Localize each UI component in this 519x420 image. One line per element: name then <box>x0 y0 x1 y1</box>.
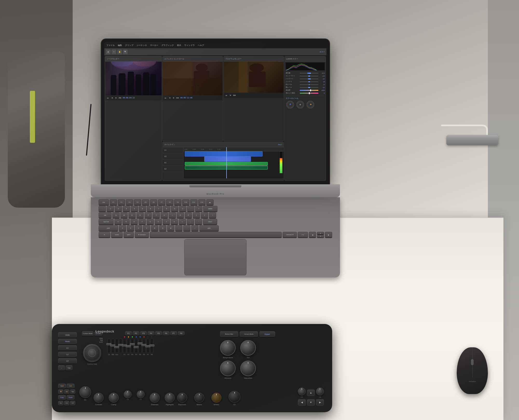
c4-knob[interactable] <box>137 390 145 398</box>
paste-button[interactable]: Paste <box>67 395 74 400</box>
c5-knob[interactable] <box>298 388 306 395</box>
key-control[interactable]: control <box>111 232 123 238</box>
key-quote[interactable]: ' <box>195 219 202 225</box>
key-minus[interactable]: - <box>187 206 194 212</box>
laptop-trackpad[interactable] <box>184 239 247 275</box>
key-cmd-l[interactable]: ⌘ command <box>135 232 149 238</box>
key-8[interactable]: 8 <box>163 206 170 212</box>
key-f5[interactable]: F5 <box>142 199 149 205</box>
control-dial[interactable] <box>83 344 101 362</box>
key-e[interactable]: E <box>128 212 136 218</box>
fader-p3-track[interactable] <box>131 339 134 353</box>
key-space[interactable] <box>150 232 282 238</box>
toolbar-selection[interactable]: ▶ <box>106 50 111 54</box>
key-power[interactable]: ⏏ <box>206 199 214 205</box>
c1-button[interactable]: C1 <box>64 401 69 405</box>
key-f[interactable]: F <box>139 219 146 225</box>
key-7[interactable]: 7 <box>155 206 162 212</box>
key-backtick[interactable]: ` <box>99 206 106 212</box>
key-f6[interactable]: F6 <box>150 199 157 205</box>
key-g[interactable]: G <box>147 219 154 225</box>
mouse-body[interactable]: Verbatim <box>457 347 488 394</box>
key-bracket-l[interactable]: [ <box>193 212 200 218</box>
key-backslash[interactable]: \ <box>209 212 216 218</box>
key-f11[interactable]: F11 <box>190 199 197 205</box>
key-f12[interactable]: F12 <box>198 199 206 205</box>
clarity-knob[interactable] <box>109 393 119 403</box>
btn-prog-play[interactable]: ▶ <box>172 96 175 99</box>
key-escape[interactable]: esc <box>99 199 109 205</box>
key-o[interactable]: O <box>177 212 184 218</box>
nav-right-button[interactable]: ▶ <box>316 399 324 405</box>
c3-knob[interactable] <box>124 390 132 398</box>
key-9[interactable]: 9 <box>171 206 178 212</box>
key-p[interactable]: P <box>185 212 192 218</box>
p2-button[interactable]: P2 <box>133 331 139 335</box>
p7-button[interactable]: P7 <box>170 331 177 335</box>
btn-play[interactable]: ▶ <box>114 96 118 99</box>
d2-knob[interactable] <box>229 391 240 403</box>
menu-file[interactable]: ファイル <box>106 44 115 47</box>
cmd-button[interactable]: ⌘ <box>58 389 63 394</box>
nav-up-button[interactable]: ▲ <box>307 390 315 396</box>
menu-window[interactable]: ウィンドウ <box>184 44 195 47</box>
toolbar-zoom[interactable]: 🔍 <box>123 50 128 54</box>
key-5[interactable]: 5 <box>139 206 146 212</box>
key-d[interactable]: D <box>131 219 138 225</box>
tint-knob[interactable] <box>240 340 256 356</box>
alt-button[interactable]: Alt <box>64 389 69 394</box>
fader-p4-track[interactable] <box>135 339 138 353</box>
fader-p2-track[interactable] <box>127 339 130 353</box>
whites-knob[interactable] <box>211 393 221 403</box>
fader-hue-track[interactable] <box>115 339 118 353</box>
exposure-knob[interactable] <box>177 393 187 403</box>
key-n[interactable]: N <box>159 225 166 231</box>
copy-button[interactable]: Copy <box>58 395 66 400</box>
p4-button[interactable]: P4 <box>148 331 154 335</box>
menu-help[interactable]: ヘルプ <box>198 44 204 47</box>
l2-button[interactable]: L2 <box>58 352 77 357</box>
export-button[interactable]: Export <box>260 331 275 337</box>
btn-prog-start[interactable]: ⏮ <box>164 96 167 99</box>
key-fn[interactable]: fn <box>99 232 110 238</box>
key-delete[interactable]: delete <box>203 206 217 212</box>
key-1[interactable]: 1 <box>107 206 114 212</box>
tab-button[interactable]: Tab <box>70 389 75 394</box>
menu-view[interactable]: 表示 <box>177 44 181 47</box>
key-arrow-down[interactable]: ▼ <box>317 235 324 238</box>
p3-button[interactable]: P3 <box>140 331 147 335</box>
key-x[interactable]: X <box>127 225 134 231</box>
key-0[interactable]: 0 <box>179 206 186 212</box>
btn-p2-fwd[interactable]: ▶▶ <box>233 94 236 97</box>
key-f10[interactable]: F10 <box>182 199 189 205</box>
blacks-knob[interactable] <box>194 393 204 403</box>
nav-down-button[interactable]: ▼ <box>307 399 315 405</box>
l1-button[interactable]: L1 <box>58 345 77 350</box>
key-f4[interactable]: F4 <box>134 199 141 205</box>
key-v[interactable]: V <box>143 225 150 231</box>
highlights-knob[interactable] <box>165 393 175 403</box>
key-c[interactable]: C <box>135 225 142 231</box>
key-option[interactable]: option <box>124 232 134 238</box>
undo-button[interactable]: Undo <box>58 332 77 337</box>
key-return[interactable]: return <box>203 219 217 225</box>
key-4[interactable]: 4 <box>131 206 138 212</box>
nav-left-button[interactable]: ◀ <box>298 399 306 405</box>
custom-mode-button[interactable]: Custom Mode <box>82 331 93 336</box>
key-shift-r[interactable]: shift <box>199 225 219 231</box>
redo-button[interactable]: Redo <box>58 339 77 344</box>
key-comma[interactable]: , <box>175 225 182 231</box>
key-a[interactable]: A <box>114 219 122 225</box>
btn-prog-play-back[interactable]: ◀ <box>168 96 171 99</box>
saturation-knob[interactable] <box>240 361 256 376</box>
key-k[interactable]: K <box>171 219 178 225</box>
btn-p2-start[interactable]: ⏮ <box>225 94 228 97</box>
key-w[interactable]: W <box>120 212 128 218</box>
key-3[interactable]: 3 <box>123 206 130 212</box>
menu-sequence[interactable]: シーケンス <box>136 44 147 47</box>
key-y[interactable]: Y <box>153 212 160 218</box>
key-m[interactable]: M <box>167 225 174 231</box>
fn-button[interactable]: Fn <box>58 401 63 405</box>
key-f2[interactable]: F2 <box>118 199 125 205</box>
p1-button[interactable]: P1 <box>125 331 132 335</box>
